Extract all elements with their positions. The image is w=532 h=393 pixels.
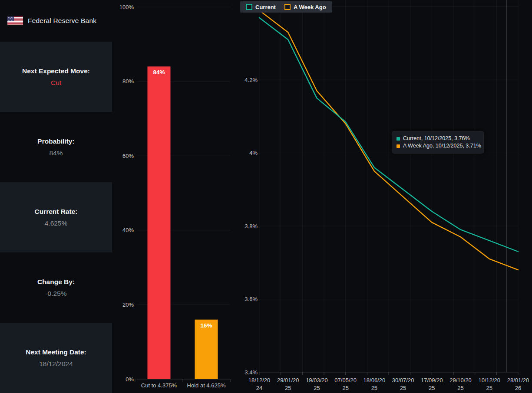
chart-tooltip: Current, 10/12/2025, 3.76% A Week Ago, 1… [392, 131, 484, 154]
line-chart-xtick-label: 29/10/20 [449, 377, 472, 383]
panel-label: Current Rate: [34, 208, 77, 216]
panel-value: -0.25% [45, 290, 66, 298]
line-chart-xtick-label: 25 [457, 385, 463, 391]
legend-label-week-ago: A Week Ago [294, 4, 326, 10]
legend-item-week-ago[interactable]: A Week Ago [284, 4, 326, 10]
line-chart-ytick-label: 3.6% [245, 296, 258, 302]
panel-change-by: Change By: -0.25% [0, 252, 112, 323]
panel-value: 4.625% [45, 219, 68, 227]
fedwatch-dashboard: Federal Reserve Bank Next Expected Move:… [0, 0, 532, 393]
line-chart-xtick-label: 07/05/20 [334, 377, 357, 383]
page-title: Federal Reserve Bank [28, 17, 96, 25]
rate-line-chart[interactable]: 3.4%3.6%3.8%4%4.2%18/12/202429/01/202519… [238, 0, 532, 393]
bar-cut-to-4-375-[interactable] [148, 66, 171, 379]
bar-chart-ytick-label: 80% [122, 78, 134, 85]
line-chart-xtick-label: 25 [400, 385, 406, 391]
panel-label: Next Expected Move: [22, 67, 90, 75]
line-chart-xtick-label: 25 [371, 385, 377, 391]
probability-bar-chart-section: 0%20%40%60%80%100%84%Cut to 4.375%16%Hol… [112, 0, 238, 393]
bar-chart-ytick-label: 0% [126, 376, 134, 383]
tooltip-text: Current, 10/12/2025, 3.76% [403, 135, 470, 142]
bar-chart-xtick-label: Hold at 4.625% [187, 382, 226, 389]
panel-label: Change By: [37, 278, 75, 286]
probability-bar-chart[interactable]: 0%20%40%60%80%100%84%Cut to 4.375%16%Hol… [112, 0, 238, 393]
panel-label: Next Meeting Date: [26, 348, 86, 356]
sidebar: Federal Reserve Bank Next Expected Move:… [0, 0, 112, 393]
panel-value: Cut [51, 79, 61, 87]
sidebar-header: Federal Reserve Bank [0, 0, 112, 42]
line-chart-xtick-label: 18/12/20 [248, 377, 271, 383]
rate-line-chart-section: 3.4%3.6%3.8%4%4.2%18/12/202429/01/202519… [238, 0, 532, 393]
panel-value: 84% [49, 149, 63, 157]
legend-item-current[interactable]: Current [246, 4, 276, 10]
line-chart-xtick-label: 29/01/20 [277, 377, 299, 383]
panel-value: 18/12/2024 [39, 360, 73, 368]
panel-next-meeting-date: Next Meeting Date: 18/12/2024 [0, 323, 112, 393]
line-chart-xtick-label: 25 [429, 385, 435, 391]
line-chart-xtick-label: 30/07/20 [392, 377, 414, 383]
legend-label-current: Current [255, 4, 276, 10]
bar-chart-ytick-label: 60% [122, 153, 134, 159]
legend-swatch-current-icon [246, 4, 252, 10]
tooltip-row-current: Current, 10/12/2025, 3.76% [397, 135, 479, 142]
legend-swatch-week-ago-icon [284, 4, 291, 10]
panel-label: Probability: [37, 138, 74, 145]
tooltip-swatch-current-icon [397, 137, 400, 141]
line-chart-ytick-label: 3.8% [245, 223, 258, 229]
line-chart-xtick-label: 28/01/20 [507, 377, 529, 383]
line-chart-xtick-label: 24 [256, 385, 262, 391]
bar-chart-ytick-label: 40% [122, 227, 134, 233]
line-chart-ytick-label: 4% [249, 150, 258, 156]
panel-current-rate: Current Rate: 4.625% [0, 182, 112, 252]
line-chart-xtick-label: 18/06/20 [363, 377, 386, 383]
line-chart-xtick-label: 26 [515, 385, 521, 391]
line-chart-ytick-label: 4.2% [245, 77, 258, 83]
bar-value-label: 16% [200, 322, 212, 329]
us-flag-icon [7, 16, 23, 25]
line-chart-ytick-label: 3.4% [245, 369, 258, 376]
tooltip-text: A Week Ago, 10/12/2025, 3.71% [403, 142, 481, 150]
line-chart-xtick-label: 10/12/20 [478, 377, 500, 383]
bar-chart-ytick-label: 20% [122, 301, 134, 308]
chart-legend: Current A Week Ago [240, 1, 332, 13]
bar-value-label: 84% [153, 69, 165, 75]
tooltip-swatch-week-ago-icon [397, 144, 400, 148]
line-chart-xtick-label: 25 [314, 385, 320, 391]
line-chart-xtick-label: 25 [342, 385, 348, 391]
panel-next-expected-move: Next Expected Move: Cut [0, 42, 112, 112]
panel-probability: Probability: 84% [0, 112, 112, 182]
line-chart-xtick-label: 25 [486, 385, 492, 391]
line-chart-xtick-label: 19/03/20 [306, 377, 328, 383]
line-chart-xtick-label: 17/09/20 [421, 377, 443, 383]
bar-chart-xtick-label: Cut to 4.375% [141, 382, 177, 389]
bar-chart-ytick-label: 100% [119, 4, 134, 10]
line-chart-xtick-label: 25 [285, 385, 291, 391]
tooltip-row-week-ago: A Week Ago, 10/12/2025, 3.71% [397, 142, 479, 150]
